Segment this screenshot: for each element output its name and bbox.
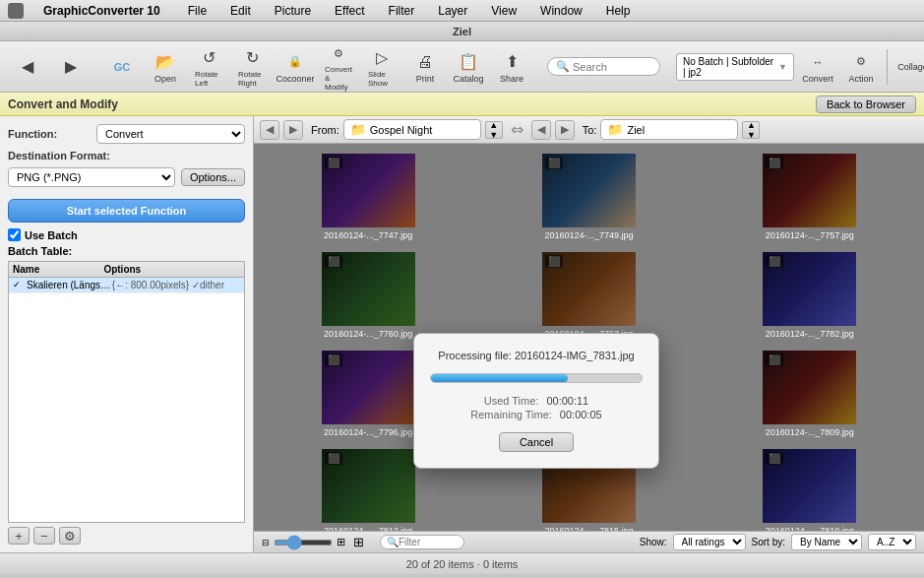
forward-button[interactable]: ▶ <box>51 51 91 83</box>
from-folder-name: Gospel Night <box>370 124 433 136</box>
use-batch-label: Use Batch <box>25 229 78 241</box>
function-select[interactable]: Convert <box>96 124 245 144</box>
menu-view[interactable]: View <box>487 2 521 20</box>
cancel-button[interactable]: Cancel <box>499 432 574 452</box>
share-label: Share <box>500 74 524 84</box>
batch-field[interactable]: No Batch | Subfolder | jp2 ▼ <box>676 53 794 81</box>
action-icon: ⚙ <box>849 50 873 74</box>
dest-format-select[interactable]: PNG (*.PNG) <box>8 167 175 187</box>
toolbar-right: ↔ Convert ⚙ Action Collage Picture Packa… <box>798 46 924 88</box>
show-label: Show: <box>640 537 667 547</box>
convert-icon: ↔ <box>806 50 830 74</box>
menu-file[interactable]: File <box>184 2 211 20</box>
camera-icon: ⬛ <box>545 157 563 169</box>
batch-row-name: Skalieren (Längs… <box>27 280 112 290</box>
from-folder-display[interactable]: 📁 Gospel Night <box>343 119 481 140</box>
zoom-slider-area: ⊟ ⊞ <box>262 536 345 548</box>
from-folder-icon: 📁 <box>350 122 366 137</box>
browser-back-button[interactable]: ◀ <box>260 120 279 140</box>
use-batch-checkbox[interactable] <box>8 228 21 241</box>
rotate-right-label: Rotate Right <box>238 70 266 88</box>
open-button[interactable]: 📂 Open <box>146 46 185 88</box>
dest-back-button[interactable]: ◀ <box>531 120 551 140</box>
app-name: GraphicConverter 10 <box>43 4 160 18</box>
slideshow-button[interactable]: ▷ Slide Show <box>362 42 401 92</box>
convert-dropdown-button[interactable]: ↔ Convert <box>798 46 837 88</box>
image-cell[interactable]: ⬛20160124-..._7767.jpg <box>478 246 699 345</box>
image-thumbnail: ⬛ <box>763 449 856 523</box>
options-button[interactable]: Options... <box>181 168 245 186</box>
sort-select[interactable]: By Name <box>791 534 862 550</box>
batch-settings-button[interactable]: ⚙ <box>59 527 81 545</box>
forward-icon: ▶ <box>59 55 83 79</box>
action-label: Action <box>848 74 873 84</box>
menu-effect[interactable]: Effect <box>331 2 368 20</box>
action-button[interactable]: ⚙ Action <box>841 46 881 88</box>
order-select[interactable]: A..Z <box>868 534 916 550</box>
from-folder-dropdown[interactable]: ▲▼ <box>485 121 503 139</box>
open-icon: 📂 <box>154 50 177 74</box>
menu-window[interactable]: Window <box>536 2 586 20</box>
remove-batch-button[interactable]: − <box>33 527 55 545</box>
collage-button[interactable]: Collage <box>893 58 924 76</box>
menu-filter[interactable]: Filter <box>385 2 419 20</box>
start-function-button[interactable]: Start selected Function <box>8 199 245 223</box>
remaining-time-value: 00:00:05 <box>560 409 602 420</box>
browser-forward-button[interactable]: ▶ <box>283 120 303 140</box>
menu-help[interactable]: Help <box>602 2 635 20</box>
rotate-right-button[interactable]: ↻ Rotate Right <box>232 42 272 92</box>
search-area: 🔍 <box>547 57 660 76</box>
gc-button[interactable]: GC <box>102 51 142 83</box>
remove-icon: − <box>40 529 48 544</box>
menu-picture[interactable]: Picture <box>271 2 315 20</box>
image-filename: 20160124-..._7747.jpg <box>324 230 412 240</box>
search-input[interactable] <box>573 61 651 73</box>
add-batch-button[interactable]: + <box>8 527 30 545</box>
catalog-button[interactable]: 📋 Catalog <box>449 46 488 88</box>
to-folder-display[interactable]: 📁 Ziel <box>600 119 738 140</box>
print-label: Print <box>416 74 435 84</box>
back-to-browser-button[interactable]: Back to Browser <box>816 96 916 113</box>
filter-input[interactable] <box>399 537 458 547</box>
batch-row-options: {←: 800.00pixels} ✓dither <box>112 280 240 290</box>
camera-icon: ⬛ <box>766 452 783 465</box>
batch-table: Name Options ✓ Skalieren (Längs… {←: 800… <box>8 261 245 523</box>
image-cell[interactable]: ⬛20160124-..._7782.jpg <box>700 246 920 345</box>
share-button[interactable]: ⬆ Share <box>492 46 531 88</box>
rotate-left-button[interactable]: ↺ Rotate Left <box>189 42 228 92</box>
dest-forward-button[interactable]: ▶ <box>555 120 575 140</box>
back-button[interactable]: ◀ <box>8 51 47 83</box>
show-select[interactable]: All ratings <box>673 534 746 550</box>
convert-modify-button[interactable]: ⚙ Convert & Modify <box>319 37 358 96</box>
camera-icon: ⬛ <box>325 353 342 366</box>
menu-layer[interactable]: Layer <box>434 2 471 20</box>
to-folder-dropdown[interactable]: ▲▼ <box>742 121 760 139</box>
zoom-slider[interactable] <box>274 540 333 546</box>
image-cell[interactable]: ⬛20160124-..._7747.jpg <box>258 148 478 246</box>
filter-icon: 🔍 <box>387 537 399 547</box>
batch-row-check: ✓ <box>13 280 27 290</box>
back-icon: ◀ <box>16 55 39 79</box>
thumbnail-icon: ⊞ <box>353 535 364 549</box>
menu-edit[interactable]: Edit <box>226 2 255 20</box>
to-label: To: <box>583 124 597 136</box>
convert-label: Convert <box>802 74 833 84</box>
cocooner-button[interactable]: 🔒 Cocooner <box>276 46 315 88</box>
gear-icon: ⚙ <box>64 529 76 544</box>
image-cell[interactable]: ⬛20160124-..._7819.jpg <box>700 443 920 531</box>
function-label: Function: <box>8 128 96 140</box>
image-thumbnail: ⬛ <box>322 252 415 326</box>
convert-modify-icon: ⚙ <box>327 41 350 65</box>
left-panel: Function: Convert Destination Format: PN… <box>0 116 254 552</box>
image-cell[interactable]: ⬛20160124-..._7809.jpg <box>700 345 920 443</box>
image-cell[interactable]: ⬛20160124-..._7760.jpg <box>258 246 478 345</box>
batch-row[interactable]: ✓ Skalieren (Längs… {←: 800.00pixels} ✓d… <box>9 278 244 293</box>
catalog-label: Catalog <box>453 74 483 84</box>
gc-icon: GC <box>110 55 134 79</box>
browser-toolbar: ◀ ▶ From: 📁 Gospel Night ▲▼ ⇔ ◀ ▶ To: 📁 … <box>254 116 924 144</box>
print-button[interactable]: 🖨 Print <box>405 46 445 88</box>
dialog-processing-label: Processing file: 20160124-IMG_7831.jpg <box>430 350 643 361</box>
image-cell[interactable]: ⬛20160124-..._7757.jpg <box>700 148 920 246</box>
image-cell[interactable]: ⬛20160124-..._7749.jpg <box>478 148 699 246</box>
convert-modify-label: Convert & Modify <box>325 65 352 92</box>
